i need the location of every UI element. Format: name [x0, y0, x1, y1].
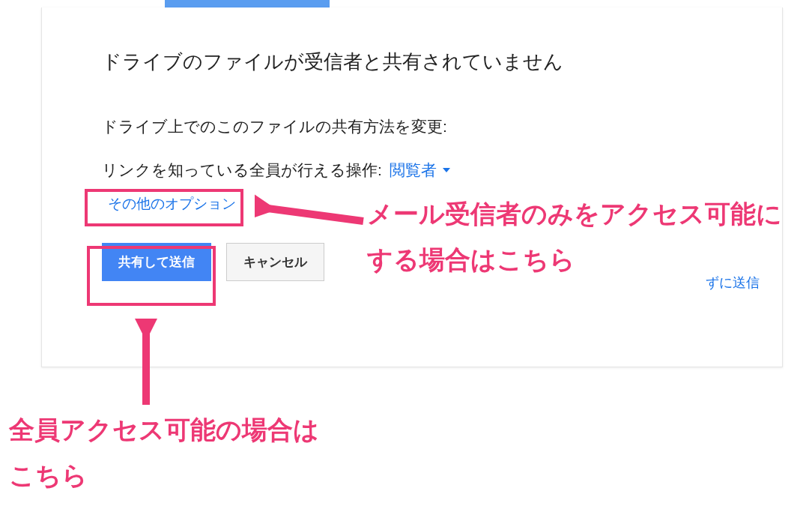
- send-without-share-link[interactable]: ずに送信: [706, 274, 760, 292]
- share-and-send-button[interactable]: 共有して送信: [102, 243, 211, 281]
- other-options-link[interactable]: その他のオプション: [102, 191, 242, 217]
- permission-dropdown-value: 閲覧者: [390, 160, 437, 181]
- dialog-title: ドライブのファイルが受信者と共有されていません: [102, 49, 722, 75]
- dialog-button-row: 共有して送信 キャンセル: [102, 243, 722, 281]
- permission-dropdown[interactable]: 閲覧者: [390, 160, 450, 181]
- annotation-text-bottom: 全員アクセス可能の場合はこちら: [9, 407, 339, 499]
- cancel-button[interactable]: キャンセル: [226, 243, 324, 281]
- chevron-down-icon: [443, 168, 450, 172]
- link-access-label: リンクを知っている全員が行える操作:: [102, 161, 382, 178]
- share-dialog: ドライブのファイルが受信者と共有されていません ドライブ上でのこのファイルの共有…: [41, 7, 783, 367]
- dialog-subtitle: ドライブ上でのこのファイルの共有方法を変更:: [102, 116, 722, 137]
- link-access-row: リンクを知っている全員が行える操作: 閲覧者: [102, 160, 722, 181]
